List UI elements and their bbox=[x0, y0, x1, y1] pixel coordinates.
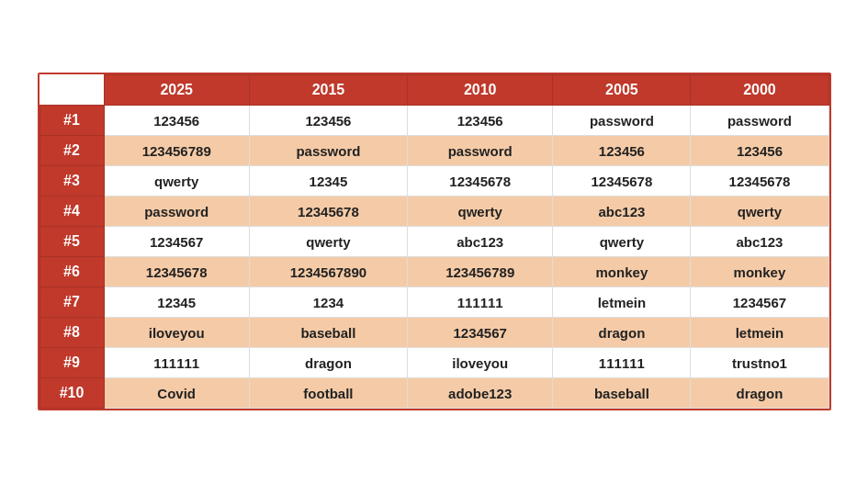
data-cell: password bbox=[408, 136, 553, 166]
table-header: 20252015201020052000 bbox=[39, 75, 829, 106]
data-cell: football bbox=[249, 378, 407, 409]
data-cell: 123456 bbox=[249, 106, 407, 136]
year-header-2015: 2015 bbox=[249, 75, 407, 106]
data-cell: monkey bbox=[553, 257, 691, 287]
table-row: #51234567qwertyabc123qwertyabc123 bbox=[39, 227, 829, 257]
rank-cell: #10 bbox=[39, 378, 104, 409]
data-cell: qwerty bbox=[553, 227, 691, 257]
year-header-2005: 2005 bbox=[553, 75, 691, 106]
data-cell: 123456 bbox=[408, 106, 553, 136]
data-cell: trustno1 bbox=[691, 348, 829, 378]
year-header-2010: 2010 bbox=[408, 75, 553, 106]
data-cell: monkey bbox=[691, 257, 829, 287]
data-cell: letmein bbox=[553, 287, 691, 318]
rank-cell: #2 bbox=[39, 136, 104, 166]
rank-cell: #5 bbox=[39, 227, 104, 257]
year-header-2000: 2000 bbox=[691, 75, 829, 106]
data-cell: Covid bbox=[104, 378, 249, 409]
table-row: #9111111dragoniloveyou111111trustno1 bbox=[39, 348, 829, 378]
data-cell: qwerty bbox=[408, 197, 553, 227]
data-cell: abc123 bbox=[408, 227, 553, 257]
data-cell: 123456789 bbox=[104, 136, 249, 166]
data-cell: 1234 bbox=[249, 287, 407, 318]
rank-cell: #9 bbox=[39, 348, 104, 378]
rank-cell: #6 bbox=[39, 257, 104, 287]
data-cell: iloveyou bbox=[408, 348, 553, 378]
data-cell: 123456 bbox=[553, 136, 691, 166]
data-cell: abc123 bbox=[691, 227, 829, 257]
rank-cell: #8 bbox=[39, 318, 104, 348]
table-row: #1123456123456123456passwordpassword bbox=[39, 106, 829, 136]
table-wrapper: 20252015201020052000 #112345612345612345… bbox=[38, 73, 831, 410]
data-cell: dragon bbox=[249, 348, 407, 378]
table-row: #6123456781234567890123456789monkeymonke… bbox=[39, 257, 829, 287]
data-cell: dragon bbox=[691, 378, 829, 409]
data-cell: password bbox=[104, 197, 249, 227]
data-cell: 12345678 bbox=[691, 166, 829, 197]
table-row: #10Covidfootballadobe123baseballdragon bbox=[39, 378, 829, 409]
data-cell: 12345678 bbox=[553, 166, 691, 197]
data-cell: 12345678 bbox=[408, 166, 553, 197]
data-cell: password bbox=[691, 106, 829, 136]
rank-cell: #3 bbox=[39, 166, 104, 197]
data-cell: 12345 bbox=[249, 166, 407, 197]
data-cell: qwerty bbox=[691, 197, 829, 227]
data-cell: iloveyou bbox=[104, 318, 249, 348]
data-cell: 12345 bbox=[104, 287, 249, 318]
data-cell: password bbox=[553, 106, 691, 136]
data-cell: baseball bbox=[553, 378, 691, 409]
data-cell: 12345678 bbox=[249, 197, 407, 227]
data-cell: 111111 bbox=[408, 287, 553, 318]
data-cell: adobe123 bbox=[408, 378, 553, 409]
table-row: #4password12345678qwertyabc123qwerty bbox=[39, 197, 829, 227]
data-cell: qwerty bbox=[104, 166, 249, 197]
data-cell: baseball bbox=[249, 318, 407, 348]
data-cell: dragon bbox=[553, 318, 691, 348]
rank-header bbox=[39, 75, 104, 106]
data-cell: 1234567 bbox=[691, 287, 829, 318]
data-cell: qwerty bbox=[249, 227, 407, 257]
rank-cell: #4 bbox=[39, 197, 104, 227]
data-cell: password bbox=[249, 136, 407, 166]
data-cell: 111111 bbox=[553, 348, 691, 378]
data-cell: 123456 bbox=[691, 136, 829, 166]
data-cell: 123456789 bbox=[408, 257, 553, 287]
year-header-2025: 2025 bbox=[104, 75, 249, 106]
data-cell: 1234567890 bbox=[249, 257, 407, 287]
rank-cell: #1 bbox=[39, 106, 104, 136]
data-cell: letmein bbox=[691, 318, 829, 348]
password-table: 20252015201020052000 #112345612345612345… bbox=[39, 74, 829, 409]
data-cell: 111111 bbox=[104, 348, 249, 378]
data-cell: 123456 bbox=[104, 106, 249, 136]
data-cell: 12345678 bbox=[104, 257, 249, 287]
table-row: #8iloveyoubaseball1234567dragonletmein bbox=[39, 318, 829, 348]
data-cell: 1234567 bbox=[104, 227, 249, 257]
table-body: #1123456123456123456passwordpassword#212… bbox=[39, 106, 829, 409]
table-row: #3qwerty12345123456781234567812345678 bbox=[39, 166, 829, 197]
table-row: #7123451234111111letmein1234567 bbox=[39, 287, 829, 318]
data-cell: 1234567 bbox=[408, 318, 553, 348]
table-row: #2123456789passwordpassword123456123456 bbox=[39, 136, 829, 166]
data-cell: abc123 bbox=[553, 197, 691, 227]
rank-cell: #7 bbox=[39, 287, 104, 318]
